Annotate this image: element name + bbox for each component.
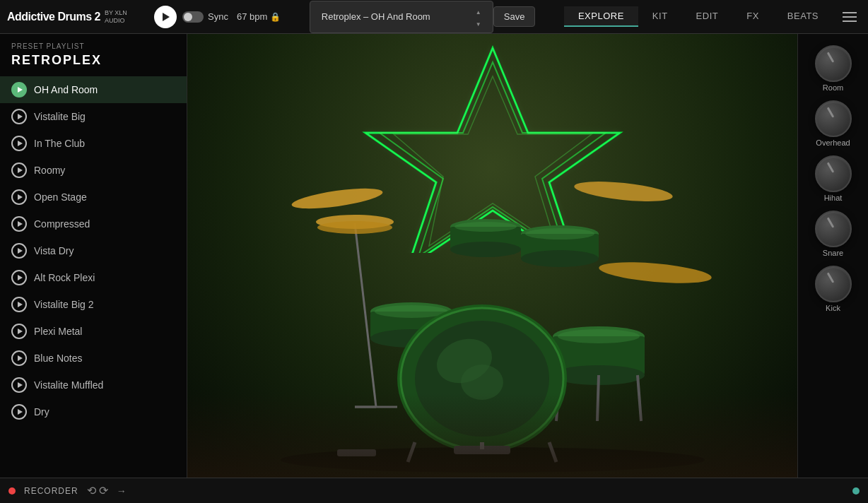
menu-line — [843, 12, 857, 13]
item-label: Blue Notes — [34, 353, 82, 364]
sync-area: Sync — [182, 11, 228, 23]
status-dot — [852, 487, 860, 495]
collection-title: RETROPLEX — [11, 53, 175, 68]
item-play-button[interactable] — [11, 109, 27, 124]
overhead-knob[interactable] — [815, 100, 852, 137]
main-content: Preset playlist RETROPLEX OH And RoomVis… — [0, 34, 868, 478]
playlist-item[interactable]: Plexi Metal — [0, 318, 187, 345]
playlist-items: OH And RoomVistalite BigIn The ClubRoomy… — [0, 73, 187, 478]
item-play-button[interactable] — [11, 270, 27, 285]
loop-icon[interactable]: ⟲ — [87, 484, 96, 497]
logo-area: Addictive Drums 2 BY XLN AUDIO — [7, 9, 148, 25]
preset-up-arrow[interactable] — [476, 6, 481, 16]
room-knob-label: Room — [823, 83, 843, 92]
sync-toggle[interactable] — [182, 11, 204, 23]
item-play-button[interactable] — [11, 404, 27, 420]
playlist-item[interactable]: Compressed — [0, 211, 187, 237]
item-play-button[interactable] — [11, 189, 27, 205]
item-label: Vistalite Muffled — [34, 379, 103, 391]
nav-tabs: EXPLORE KIT EDIT FX BEATS — [564, 6, 833, 27]
knob-group-snare: Snare — [815, 208, 852, 260]
room-knob[interactable] — [815, 45, 852, 82]
preset-down-arrow[interactable] — [476, 18, 481, 28]
svg-point-19 — [450, 242, 521, 257]
sync-label: Sync — [208, 11, 228, 22]
playlist-item[interactable]: Vista Dry — [0, 237, 187, 264]
playlist-item[interactable]: Vistalite Big — [0, 103, 187, 130]
item-play-button[interactable] — [11, 297, 27, 312]
tab-beats[interactable]: BEATS — [773, 6, 833, 27]
play-button[interactable] — [154, 6, 177, 28]
kick-knob-label: Kick — [826, 304, 840, 312]
playlist-item[interactable]: Vistalite Big 2 — [0, 291, 187, 318]
menu-line — [843, 16, 857, 18]
item-label: Open Stage — [34, 191, 87, 203]
sidebar: Preset playlist RETROPLEX OH And RoomVis… — [0, 34, 187, 478]
item-label: OH And Room — [34, 84, 98, 95]
item-label: Vista Dry — [34, 245, 74, 256]
item-play-button[interactable] — [11, 162, 27, 178]
loop-icons: ⟲ ⟳ — [87, 484, 108, 497]
svg-point-11 — [573, 178, 674, 206]
item-play-button[interactable] — [11, 377, 27, 393]
svg-point-20 — [454, 222, 517, 232]
tab-edit[interactable]: EDIT — [682, 6, 733, 27]
stage-floor — [187, 393, 797, 478]
item-label: Plexi Metal — [34, 326, 82, 337]
tab-explore[interactable]: EXPLORE — [564, 6, 638, 27]
playlist-item[interactable]: In The Club — [0, 130, 187, 157]
loop-icon-2[interactable]: ⟳ — [99, 484, 108, 497]
item-label: In The Club — [34, 138, 85, 149]
svg-point-28 — [558, 329, 640, 343]
item-play-button[interactable] — [11, 243, 27, 259]
item-label: Alt Rock Plexi — [34, 272, 95, 283]
item-label: Compressed — [34, 218, 90, 230]
tab-fx[interactable]: FX — [732, 6, 773, 27]
kick-knob[interactable] — [815, 266, 852, 302]
playlist-item[interactable]: Dry — [0, 398, 187, 425]
item-play-button[interactable] — [11, 324, 27, 339]
item-label: Dry — [34, 406, 49, 418]
item-play-button[interactable] — [11, 82, 27, 97]
item-play-button[interactable] — [11, 216, 27, 232]
item-play-button[interactable] — [11, 136, 27, 151]
playlist-item[interactable]: OH And Room — [0, 76, 187, 103]
svg-point-24 — [525, 228, 594, 239]
playlist-item[interactable]: Alt Rock Plexi — [0, 264, 187, 291]
item-play-button[interactable] — [11, 350, 27, 366]
menu-button[interactable] — [838, 6, 861, 28]
save-button[interactable]: Save — [493, 6, 536, 27]
menu-line — [843, 20, 857, 22]
bpm-area: 67 bpm 🔒 — [237, 11, 281, 22]
hihat-knob[interactable] — [815, 155, 852, 192]
overhead-knob-label: Overhead — [816, 138, 850, 147]
snare-knob-label: Snare — [823, 249, 843, 257]
preset-name: Retroplex – OH And Room — [322, 11, 430, 22]
right-panel: RoomOverheadHihatSnareKick — [797, 34, 868, 478]
item-label: Vistalite Big — [34, 111, 86, 122]
svg-point-23 — [521, 250, 599, 267]
sidebar-header: Preset playlist RETROPLEX — [0, 34, 187, 73]
snare-knob[interactable] — [815, 211, 852, 247]
knob-group-overhead: Overhead — [815, 97, 852, 150]
svg-point-12 — [598, 259, 712, 287]
knob-group-hihat: Hihat — [815, 153, 852, 205]
status-area — [852, 487, 860, 495]
knob-group-room: Room — [815, 42, 852, 95]
forward-arrow[interactable]: → — [117, 485, 127, 497]
playlist-item[interactable]: Open Stage — [0, 184, 187, 211]
top-navigation: Addictive Drums 2 BY XLN AUDIO Sync 67 b… — [0, 0, 868, 34]
playlist-item[interactable]: Vistalite Muffled — [0, 372, 187, 398]
preset-selector: Retroplex – OH And Room Save — [286, 1, 558, 33]
preset-button[interactable]: Retroplex – OH And Room — [310, 1, 493, 33]
playlist-item[interactable]: Blue Notes — [0, 345, 187, 372]
bottom-bar: RECORDER ⟲ ⟳ → — [0, 478, 868, 503]
playlist-item[interactable]: Roomy — [0, 157, 187, 184]
record-dot — [8, 487, 16, 495]
playlist-label: Preset playlist — [11, 42, 175, 50]
knob-group-kick: Kick — [815, 263, 852, 315]
bpm-value: 67 bpm — [237, 11, 267, 22]
tab-kit[interactable]: KIT — [638, 6, 682, 27]
recorder-label: RECORDER — [24, 486, 78, 496]
item-label: Vistalite Big 2 — [34, 299, 94, 310]
